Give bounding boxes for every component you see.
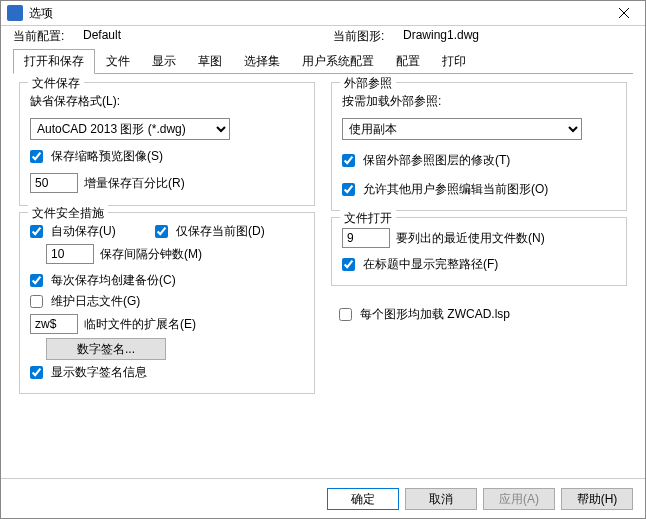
load-lsp-label: 每个图形均加载 ZWCAD.lsp — [360, 306, 510, 323]
backup-checkbox[interactable] — [30, 274, 43, 287]
tab-display[interactable]: 显示 — [141, 49, 187, 73]
file-open-title: 文件打开 — [340, 210, 396, 227]
file-open-group: 文件打开 要列出的最近使用文件数(N) 在标题中显示完整路径(F) — [331, 217, 627, 286]
info-row: 当前配置: Default 当前图形: Drawing1.dwg — [1, 26, 645, 47]
file-safety-group: 文件安全措施 自动保存(U) 仅保存当前图(D) 保存间隔分钟数(M) 每次保存… — [19, 212, 315, 394]
default-format-label: 缺省保存格式(L): — [30, 93, 304, 110]
file-save-group: 文件保存 缺省保存格式(L): AutoCAD 2013 图形 (*.dwg) … — [19, 82, 315, 206]
xref-group: 外部参照 按需加载外部参照: 使用副本 保留外部参照图层的修改(T) 允许其他用… — [331, 82, 627, 211]
window-title: 选项 — [29, 5, 53, 22]
tabs: 打开和保存 文件 显示 草图 选择集 用户系统配置 配置 打印 — [13, 49, 633, 74]
tab-selection[interactable]: 选择集 — [233, 49, 291, 73]
auto-save-checkbox[interactable] — [30, 225, 43, 238]
show-full-path-label: 在标题中显示完整路径(F) — [363, 256, 498, 273]
retain-layer-changes-label: 保留外部参照图层的修改(T) — [363, 152, 510, 169]
default-format-select[interactable]: AutoCAD 2013 图形 (*.dwg) — [30, 118, 230, 140]
save-current-only-label: 仅保存当前图(D) — [176, 223, 265, 240]
inc-save-pct-label: 增量保存百分比(R) — [84, 175, 185, 192]
save-thumbnail-label: 保存缩略预览图像(S) — [51, 148, 163, 165]
maintain-log-label: 维护日志文件(G) — [51, 293, 140, 310]
save-interval-input[interactable] — [46, 244, 94, 264]
profile-value: Default — [83, 28, 121, 45]
left-column: 文件保存 缺省保存格式(L): AutoCAD 2013 图形 (*.dwg) … — [19, 82, 315, 470]
tab-draft[interactable]: 草图 — [187, 49, 233, 73]
profile-label: 当前配置: — [13, 28, 83, 45]
close-button[interactable] — [609, 3, 639, 23]
file-save-title: 文件保存 — [28, 75, 84, 92]
allow-refedit-label: 允许其他用户参照编辑当前图形(O) — [363, 181, 548, 198]
close-icon — [619, 8, 629, 18]
backup-label: 每次保存均创建备份(C) — [51, 272, 176, 289]
temp-ext-input[interactable] — [30, 314, 78, 334]
show-digital-sig-checkbox[interactable] — [30, 366, 43, 379]
digital-signature-button[interactable]: 数字签名... — [46, 338, 166, 360]
xref-load-select[interactable]: 使用副本 — [342, 118, 582, 140]
allow-refedit-checkbox[interactable] — [342, 183, 355, 196]
content: 文件保存 缺省保存格式(L): AutoCAD 2013 图形 (*.dwg) … — [1, 74, 645, 478]
cancel-button[interactable]: 取消 — [405, 488, 477, 510]
app-icon — [7, 5, 23, 21]
save-interval-label: 保存间隔分钟数(M) — [100, 246, 202, 263]
tab-profiles[interactable]: 配置 — [385, 49, 431, 73]
drawing-label: 当前图形: — [333, 28, 403, 45]
auto-save-label: 自动保存(U) — [51, 223, 149, 240]
save-thumbnail-checkbox[interactable] — [30, 150, 43, 163]
right-column: 外部参照 按需加载外部参照: 使用副本 保留外部参照图层的修改(T) 允许其他用… — [331, 82, 627, 470]
tab-print[interactable]: 打印 — [431, 49, 477, 73]
tab-open-save[interactable]: 打开和保存 — [13, 49, 95, 74]
file-safety-title: 文件安全措施 — [28, 205, 108, 222]
save-current-only-checkbox[interactable] — [155, 225, 168, 238]
recent-count-label: 要列出的最近使用文件数(N) — [396, 230, 545, 247]
help-button[interactable]: 帮助(H) — [561, 488, 633, 510]
inc-save-pct-input[interactable] — [30, 173, 78, 193]
retain-layer-changes-checkbox[interactable] — [342, 154, 355, 167]
show-digital-sig-label: 显示数字签名信息 — [51, 364, 147, 381]
maintain-log-checkbox[interactable] — [30, 295, 43, 308]
load-lsp-checkbox[interactable] — [339, 308, 352, 321]
titlebar: 选项 — [1, 1, 645, 26]
ok-button[interactable]: 确定 — [327, 488, 399, 510]
drawing-value: Drawing1.dwg — [403, 28, 479, 45]
xref-load-label: 按需加载外部参照: — [342, 93, 616, 110]
apply-button[interactable]: 应用(A) — [483, 488, 555, 510]
recent-count-input[interactable] — [342, 228, 390, 248]
temp-ext-label: 临时文件的扩展名(E) — [84, 316, 196, 333]
footer: 确定 取消 应用(A) 帮助(H) — [1, 478, 645, 518]
tab-user-prefs[interactable]: 用户系统配置 — [291, 49, 385, 73]
show-full-path-checkbox[interactable] — [342, 258, 355, 271]
xref-title: 外部参照 — [340, 75, 396, 92]
tab-files[interactable]: 文件 — [95, 49, 141, 73]
